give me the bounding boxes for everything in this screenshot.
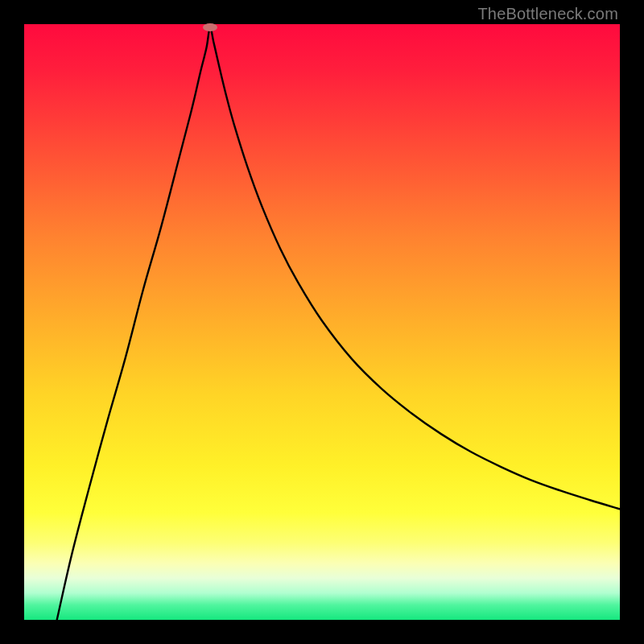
chart-curve-line bbox=[24, 24, 620, 620]
chart-min-marker bbox=[203, 23, 217, 31]
watermark-text: TheBottleneck.com bbox=[477, 5, 618, 23]
chart-plot-area bbox=[24, 24, 620, 620]
